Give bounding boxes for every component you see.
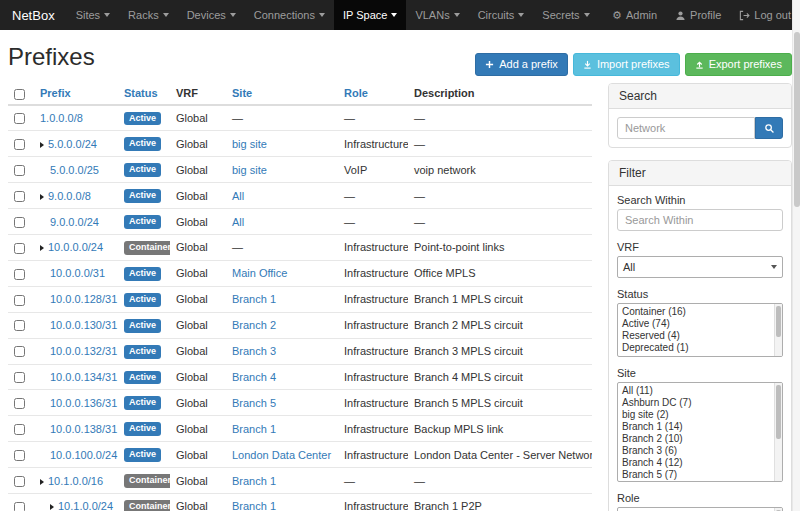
- nav-item-circuits[interactable]: Circuits: [469, 0, 534, 30]
- site-link[interactable]: Branch 3: [232, 345, 276, 357]
- table-row: 10.0.0.130/31 Active Global Branch 2 Inf…: [8, 312, 592, 338]
- admin-link[interactable]: ⚙ Admin: [603, 0, 666, 30]
- add-prefix-button[interactable]: Add a prefix: [475, 53, 568, 76]
- nav-item-ip-space[interactable]: IP Space: [334, 0, 406, 30]
- prefix-link[interactable]: 9.0.0.0/24: [50, 216, 99, 228]
- row-checkbox[interactable]: [14, 243, 25, 254]
- vrf-value: Global: [176, 475, 208, 487]
- site-listbox-scrollbar[interactable]: [774, 383, 782, 481]
- import-prefixes-button[interactable]: Import prefixes: [573, 53, 680, 76]
- nav-item-racks[interactable]: Racks: [119, 0, 178, 30]
- site-link[interactable]: All: [232, 216, 244, 228]
- site-filter-listbox[interactable]: All (11)Ashburn DC (7)big site (2)Branch…: [617, 382, 783, 482]
- filter-option[interactable]: COLO 1 (4): [618, 481, 773, 482]
- chevron-down-icon: [454, 13, 460, 17]
- column-header-role[interactable]: Role: [338, 83, 408, 105]
- description-value: Branch 1 MPLS circuit: [414, 293, 523, 305]
- site-link[interactable]: Branch 2: [232, 319, 276, 331]
- prefix-link[interactable]: 9.0.0.0/8: [48, 190, 91, 202]
- site-link[interactable]: Main Office: [232, 267, 287, 279]
- nav-item-vlans[interactable]: VLANs: [406, 0, 468, 30]
- profile-link[interactable]: Profile: [666, 0, 730, 30]
- row-checkbox[interactable]: [14, 295, 25, 306]
- filter-option[interactable]: Container (16): [618, 306, 773, 318]
- select-all-checkbox[interactable]: [14, 89, 25, 100]
- prefix-link[interactable]: 10.0.0.130/31: [50, 319, 117, 331]
- brand-link[interactable]: NetBox: [0, 0, 67, 30]
- filter-option[interactable]: Ashburn DC (7): [618, 397, 773, 409]
- row-checkbox[interactable]: [14, 165, 25, 176]
- logout-link[interactable]: Log out: [730, 0, 800, 30]
- site-link[interactable]: All: [232, 190, 244, 202]
- site-link[interactable]: Branch 4: [232, 371, 276, 383]
- filter-option[interactable]: All (11): [618, 385, 773, 397]
- status-filter-listbox[interactable]: Container (16)Active (74)Reserved (4)Dep…: [617, 303, 783, 357]
- row-checkbox[interactable]: [14, 113, 25, 124]
- column-header-status[interactable]: Status: [118, 83, 170, 105]
- row-checkbox[interactable]: [14, 502, 25, 511]
- prefix-link[interactable]: 5.0.0.0/24: [48, 138, 97, 150]
- row-checkbox[interactable]: [14, 139, 25, 150]
- column-header-site[interactable]: Site: [226, 83, 338, 105]
- prefix-link[interactable]: 10.1.0.0/16: [48, 475, 103, 487]
- prefix-link[interactable]: 10.0.100.0/24: [50, 449, 117, 461]
- row-checkbox[interactable]: [14, 217, 25, 228]
- status-listbox-scrollbar[interactable]: [774, 304, 782, 356]
- site-link[interactable]: Branch 1: [232, 423, 276, 435]
- site-link[interactable]: Branch 1: [232, 475, 276, 487]
- prefix-link[interactable]: 5.0.0.0/25: [50, 164, 99, 176]
- filter-option[interactable]: Reserved (4): [618, 330, 773, 342]
- vrf-value: Global: [176, 293, 208, 305]
- filter-option[interactable]: Deprecated (1): [618, 342, 773, 354]
- row-checkbox[interactable]: [14, 320, 25, 331]
- nav-item-connections[interactable]: Connections: [245, 0, 334, 30]
- prefix-link[interactable]: 10.1.0.0/24: [58, 500, 113, 511]
- column-header-prefix[interactable]: Prefix: [34, 83, 118, 105]
- filter-option[interactable]: Branch 4 (12): [618, 457, 773, 469]
- search-button[interactable]: [755, 117, 783, 139]
- prefix-link[interactable]: 10.0.0.0/24: [48, 241, 103, 253]
- nav-item-secrets[interactable]: Secrets: [533, 0, 598, 30]
- export-prefixes-button[interactable]: Export prefixes: [685, 53, 792, 76]
- prefix-link[interactable]: 10.0.0.134/31: [50, 371, 117, 383]
- description-value: Backup MPLS link: [414, 423, 503, 435]
- row-checkbox[interactable]: [14, 191, 25, 202]
- prefix-link[interactable]: 10.0.0.132/31: [50, 345, 117, 357]
- table-row: 10.0.0.136/31 Active Global Branch 5 Inf…: [8, 390, 592, 416]
- site-link[interactable]: London Data Center: [232, 449, 331, 461]
- row-checkbox[interactable]: [14, 424, 25, 435]
- site-link[interactable]: Branch 5: [232, 397, 276, 409]
- prefix-link[interactable]: 10.0.0.136/31: [50, 397, 117, 409]
- nav-item-sites[interactable]: Sites: [67, 0, 119, 30]
- site-link[interactable]: Branch 1: [232, 500, 276, 511]
- site-link[interactable]: big site: [232, 164, 267, 176]
- row-checkbox[interactable]: [14, 476, 25, 487]
- nav-item-devices[interactable]: Devices: [178, 0, 245, 30]
- row-checkbox[interactable]: [14, 450, 25, 461]
- filter-option[interactable]: Active (74): [618, 318, 773, 330]
- prefix-link[interactable]: 10.0.0.0/31: [50, 267, 105, 279]
- search-input[interactable]: [617, 117, 755, 139]
- search-within-input[interactable]: [617, 209, 783, 231]
- vrf-select[interactable]: All: [617, 256, 783, 278]
- table-row: 10.0.0.134/31 Active Global Branch 4 Inf…: [8, 364, 592, 390]
- filter-option[interactable]: Branch 3 (6): [618, 445, 773, 457]
- prefix-link[interactable]: 10.0.0.138/31: [50, 423, 117, 435]
- filter-option[interactable]: big site (2): [618, 409, 773, 421]
- filter-option[interactable]: Branch 2 (10): [618, 433, 773, 445]
- page-scrollbar-thumb[interactable]: [794, 32, 800, 207]
- site-link[interactable]: Branch 1: [232, 293, 276, 305]
- row-checkbox[interactable]: [14, 372, 25, 383]
- page-scrollbar[interactable]: [792, 0, 800, 511]
- filter-option[interactable]: Branch 1 (14): [618, 421, 773, 433]
- search-panel: Search: [608, 83, 792, 148]
- role-filter-listbox[interactable]: Infrastructure (25)Management (8)Private…: [617, 507, 783, 511]
- row-checkbox[interactable]: [14, 346, 25, 357]
- user-menu: ⚙ Admin Profile Log out: [603, 0, 800, 30]
- prefix-link[interactable]: 1.0.0.0/8: [40, 112, 83, 124]
- prefix-link[interactable]: 10.0.0.128/31: [50, 293, 117, 305]
- row-checkbox[interactable]: [14, 398, 25, 409]
- filter-option[interactable]: Branch 5 (7): [618, 469, 773, 481]
- site-link[interactable]: big site: [232, 138, 267, 150]
- row-checkbox[interactable]: [14, 269, 25, 280]
